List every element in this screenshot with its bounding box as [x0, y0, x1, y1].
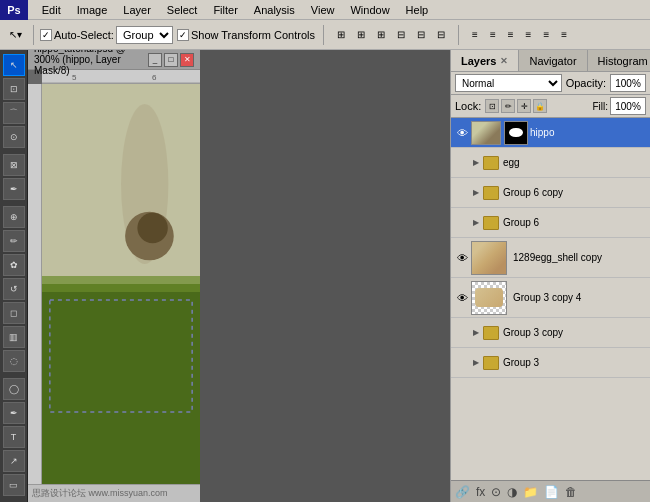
menu-layer[interactable]: Layer — [119, 3, 155, 17]
crop-tool[interactable]: ⊠ — [3, 154, 25, 176]
eraser-tool[interactable]: ◻ — [3, 302, 25, 324]
layer-visibility-egg[interactable]: 👁 — [455, 156, 469, 170]
canvas-image[interactable] — [42, 84, 200, 484]
pen-tool[interactable]: ✒ — [3, 402, 25, 424]
fill-label: Fill: — [592, 101, 608, 112]
layer-expand-egg[interactable]: ▶ — [471, 156, 481, 170]
eyedropper-tool[interactable]: ✒ — [3, 178, 25, 200]
spot-heal-tool[interactable]: ⊕ — [3, 206, 25, 228]
path-select-tool[interactable]: ↗ — [3, 450, 25, 472]
layer-item-egg[interactable]: 👁 ▶ egg — [451, 148, 650, 178]
align-left-btn[interactable]: ⊞ — [332, 26, 350, 43]
brush-tool[interactable]: ✏ — [3, 230, 25, 252]
new-layer-icon[interactable]: 📄 — [544, 485, 559, 499]
layer-expand-group6[interactable]: ▶ — [471, 216, 481, 230]
dodge-tool[interactable]: ◯ — [3, 378, 25, 400]
menu-select[interactable]: Select — [163, 3, 202, 17]
layer-item-group6[interactable]: 👁 ▶ Group 6 — [451, 208, 650, 238]
layer-expand-group3copy[interactable]: ▶ — [471, 326, 481, 340]
fill-input[interactable] — [610, 97, 646, 115]
layer-visibility-group3[interactable]: 👁 — [455, 356, 469, 370]
menu-image[interactable]: Image — [73, 3, 112, 17]
menu-filter[interactable]: Filter — [209, 3, 241, 17]
layer-visibility-hippo[interactable]: 👁 — [455, 126, 469, 140]
svg-rect-8 — [42, 276, 200, 292]
layer-visibility-group6[interactable]: 👁 — [455, 216, 469, 230]
lock-pixels-icon[interactable]: ✏ — [501, 99, 515, 113]
layer-visibility-group3copy4[interactable]: 👁 — [455, 291, 469, 305]
layers-tab-close[interactable]: ✕ — [500, 56, 508, 66]
blend-mode-row: Normal Multiply Screen Opacity: — [451, 72, 650, 95]
lock-all-icon[interactable]: 🔒 — [533, 99, 547, 113]
dist-btn6[interactable]: ≡ — [556, 26, 572, 43]
menu-help[interactable]: Help — [402, 3, 433, 17]
auto-select-type-dropdown[interactable]: Group Layer — [116, 26, 173, 44]
auto-select-group: ✓ Auto-Select: Group Layer — [40, 26, 173, 44]
layer-item-group3copy4[interactable]: 👁 Group 3 copy 4 — [451, 278, 650, 318]
layer-item-1289egg[interactable]: 👁 1289egg_shell copy — [451, 238, 650, 278]
link-layers-icon[interactable]: 🔗 — [455, 485, 470, 499]
layer-expand-group6copy[interactable]: ▶ — [471, 186, 481, 200]
svg-rect-3 — [42, 84, 200, 304]
history-brush-tool[interactable]: ↺ — [3, 278, 25, 300]
svg-point-6 — [137, 213, 167, 243]
align-center-btn[interactable]: ⊞ — [352, 26, 370, 43]
show-transform-checkbox[interactable]: ✓ — [177, 29, 189, 41]
layer-expand-group3[interactable]: ▶ — [471, 356, 481, 370]
layers-bottom: 🔗 fx ⊙ ◑ 📁 📄 🗑 — [451, 480, 650, 502]
dist-v-btn[interactable]: ≡ — [485, 26, 501, 43]
text-tool[interactable]: T — [3, 426, 25, 448]
layer-name-group6copy: Group 6 copy — [503, 187, 646, 198]
move-tool[interactable]: ↖ — [3, 54, 25, 76]
layer-name-egg: egg — [503, 157, 646, 168]
canvas-area: hippo_tutorial.psd @ 300% (hippo, Layer … — [28, 50, 450, 502]
layer-name-group3copy4: Group 3 copy 4 — [513, 292, 646, 303]
layer-visibility-1289egg[interactable]: 👁 — [455, 251, 469, 265]
close-button[interactable]: ✕ — [180, 53, 194, 67]
layer-item-group3[interactable]: 👁 ▶ Group 3 — [451, 348, 650, 378]
tab-layers[interactable]: Layers ✕ — [451, 50, 519, 71]
delete-layer-icon[interactable]: 🗑 — [565, 485, 577, 499]
align-right-btn[interactable]: ⊞ — [372, 26, 390, 43]
dist-btn5[interactable]: ≡ — [538, 26, 554, 43]
align-bottom-btn[interactable]: ⊟ — [432, 26, 450, 43]
move-tool-button[interactable]: ↖▾ — [4, 26, 27, 43]
layer-item-group3copy[interactable]: 👁 ▶ Group 3 copy — [451, 318, 650, 348]
new-adjustment-icon[interactable]: ◑ — [507, 485, 517, 499]
lock-transparent-icon[interactable]: ⊡ — [485, 99, 499, 113]
add-style-icon[interactable]: fx — [476, 485, 485, 499]
layer-item-group6copy[interactable]: 👁 ▶ Group 6 copy — [451, 178, 650, 208]
shape-tool[interactable]: ▭ — [3, 474, 25, 496]
align-top-btn[interactable]: ⊟ — [392, 26, 410, 43]
dist-btn4[interactable]: ≡ — [521, 26, 537, 43]
align-middle-btn[interactable]: ⊟ — [412, 26, 430, 43]
add-mask-icon[interactable]: ⊙ — [491, 485, 501, 499]
marquee-tool[interactable]: ⊡ — [3, 78, 25, 100]
tab-histogram[interactable]: Histogram — [588, 50, 650, 71]
minimize-button[interactable]: _ — [148, 53, 162, 67]
new-group-icon[interactable]: 📁 — [523, 485, 538, 499]
quick-select-tool[interactable]: ⊙ — [3, 126, 25, 148]
gradient-tool[interactable]: ▥ — [3, 326, 25, 348]
lasso-tool[interactable]: ⌒ — [3, 102, 25, 124]
lock-position-icon[interactable]: ✛ — [517, 99, 531, 113]
tab-navigator[interactable]: Navigator — [519, 50, 587, 71]
auto-select-label: Auto-Select: — [54, 29, 114, 41]
opacity-label: Opacity: — [566, 77, 606, 89]
menu-window[interactable]: Window — [346, 3, 393, 17]
opacity-input[interactable] — [610, 74, 646, 92]
menu-view[interactable]: View — [307, 3, 339, 17]
clone-tool[interactable]: ✿ — [3, 254, 25, 276]
layer-item-hippo[interactable]: 👁 hippo — [451, 118, 650, 148]
layer-visibility-group6copy[interactable]: 👁 — [455, 186, 469, 200]
maximize-button[interactable]: □ — [164, 53, 178, 67]
dist-btn3[interactable]: ≡ — [503, 26, 519, 43]
menu-analysis[interactable]: Analysis — [250, 3, 299, 17]
dist-h-btn[interactable]: ≡ — [467, 26, 483, 43]
blur-tool[interactable]: ◌ — [3, 350, 25, 372]
auto-select-checkbox[interactable]: ✓ — [40, 29, 52, 41]
folder-icon-group3copy — [483, 326, 499, 340]
menu-edit[interactable]: Edit — [38, 3, 65, 17]
blend-mode-dropdown[interactable]: Normal Multiply Screen — [455, 74, 562, 92]
layer-visibility-group3copy[interactable]: 👁 — [455, 326, 469, 340]
